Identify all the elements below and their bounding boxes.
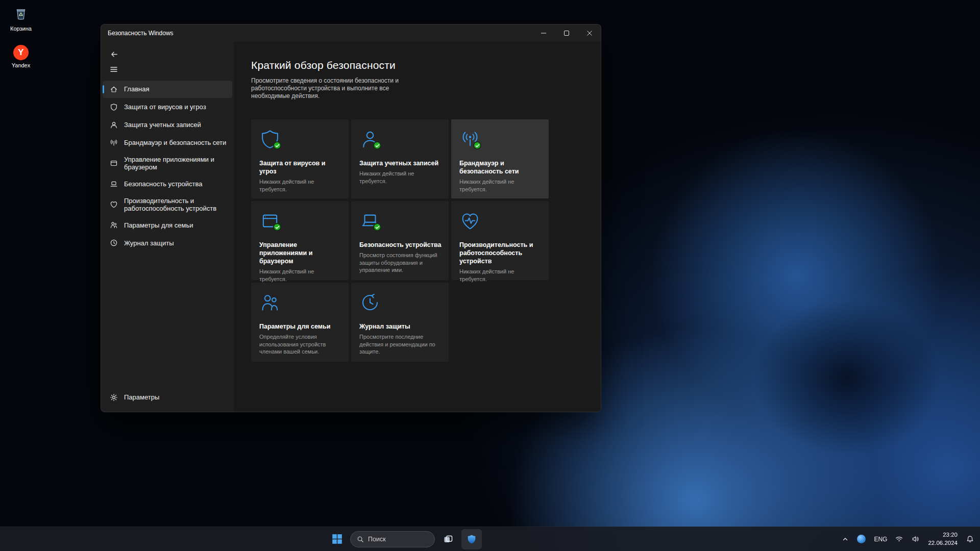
tile-desc: Никаких действий не требуется.	[259, 178, 341, 193]
tile-desc: Никаких действий не требуется.	[459, 178, 542, 193]
security-shield-icon	[467, 534, 477, 544]
speaker-icon	[912, 535, 919, 543]
task-view-icon	[443, 534, 453, 544]
search-input[interactable]: Поиск	[350, 531, 435, 547]
laptop-icon	[110, 180, 118, 188]
history-icon	[110, 239, 118, 247]
language-indicator[interactable]: ENG	[872, 534, 889, 545]
family-icon	[110, 221, 118, 229]
tile-title: Управление приложениями и браузером	[259, 241, 341, 265]
network-icon	[110, 139, 118, 147]
home-icon	[110, 85, 118, 93]
back-button[interactable]	[105, 47, 122, 61]
window-titlebar[interactable]: Безопасность Windows	[101, 24, 601, 42]
windows-logo-icon	[332, 534, 342, 544]
desktop-icon-label: Yandex	[12, 62, 31, 68]
windows-security-window: Безопасность Windows	[101, 24, 601, 412]
tray-app-button[interactable]	[855, 533, 868, 545]
history-icon	[359, 292, 382, 314]
heart-icon	[459, 210, 482, 233]
shield-icon	[259, 129, 282, 151]
search-icon	[357, 536, 364, 543]
tile-title: Брандмауэр и безопасность сети	[459, 159, 542, 176]
desktop: Корзина Y Yandex Безопасность Windows	[0, 0, 980, 551]
security-tiles-grid: Защита от вирусов и угроз Никаких действ…	[251, 119, 601, 362]
tile-desc: Просмотр состояния функций защиты оборуд…	[359, 252, 442, 273]
tile-virus-threat-protection[interactable]: Защита от вирусов и угроз Никаких действ…	[251, 119, 349, 198]
recycle-bin-icon	[13, 6, 29, 23]
tile-protection-history[interactable]: Журнал защиты Просмотрите последние дейс…	[351, 283, 449, 362]
tile-title: Параметры для семьи	[259, 322, 341, 331]
sidebar-item-label: Параметры	[124, 393, 159, 401]
sidebar-item-family-options[interactable]: Параметры для семьи	[103, 216, 232, 234]
desktop-icon-yandex[interactable]: Y Yandex	[3, 45, 39, 68]
heart-icon	[110, 201, 118, 209]
tile-title: Защита учетных записей	[359, 159, 442, 167]
tile-desc: Никаких действий не требуется.	[459, 268, 542, 283]
person-icon	[359, 129, 382, 151]
sidebar-item-settings[interactable]: Параметры	[103, 389, 232, 406]
minimize-button[interactable]	[532, 24, 555, 42]
sidebar-item-label: Безопасность устройства	[124, 180, 203, 188]
main-content: Краткий обзор безопасности Просмотрите с…	[234, 42, 601, 412]
notifications-button[interactable]	[964, 533, 976, 545]
tile-account-protection[interactable]: Защита учетных записей Никаких действий …	[351, 119, 449, 198]
bell-icon	[966, 535, 974, 543]
volume-button[interactable]	[910, 533, 921, 545]
start-button[interactable]	[327, 529, 347, 549]
sidebar-item-label: Журнал защиты	[124, 239, 174, 247]
desktop-icon-recycle-bin[interactable]: Корзина	[3, 6, 39, 32]
chevron-up-icon	[842, 536, 848, 542]
search-placeholder: Поиск	[368, 536, 386, 543]
task-view-button[interactable]	[438, 529, 458, 549]
sidebar-item-account-protection[interactable]: Защита учетных записей	[103, 116, 232, 134]
tile-title: Защита от вирусов и угроз	[259, 159, 341, 176]
tile-device-performance-health[interactable]: Производительность и работоспособность у…	[451, 201, 549, 280]
tile-firewall-network[interactable]: Брандмауэр и безопасность сети Никаких д…	[451, 119, 549, 198]
sidebar-item-label: Параметры для семьи	[124, 221, 193, 229]
sidebar-item-firewall-network[interactable]: Брандмауэр и безопасность сети	[103, 134, 232, 152]
sidebar-nav: Главная Защита от вирусов и угроз Защита…	[101, 81, 234, 252]
page-subtitle: Просмотрите сведения о состоянии безопас…	[251, 77, 414, 100]
family-icon	[259, 292, 282, 314]
close-button[interactable]	[578, 24, 601, 42]
sidebar-item-label: Защита от вирусов и угроз	[124, 103, 206, 111]
tile-device-security[interactable]: Безопасность устройства Просмотр состоян…	[351, 201, 449, 280]
tile-desc: Определяйте условия использования устрой…	[259, 333, 341, 355]
sidebar-item-home[interactable]: Главная	[103, 81, 232, 98]
wifi-icon	[895, 535, 903, 543]
tile-desc: Никаких действий не требуется.	[359, 170, 442, 185]
hidden-icons-button[interactable]	[840, 534, 850, 544]
tile-desc: Просмотрите последние действия и рекомен…	[359, 333, 442, 355]
tile-title: Безопасность устройства	[359, 241, 442, 249]
windows-security-taskbar-button[interactable]	[461, 529, 482, 549]
sidebar-item-device-security[interactable]: Безопасность устройства	[103, 176, 232, 193]
tray-app-icon	[857, 535, 866, 543]
yandex-icon: Y	[13, 45, 29, 60]
tile-title: Производительность и работоспособность у…	[459, 241, 542, 265]
menu-toggle-button[interactable]	[105, 62, 122, 77]
sidebar-item-virus-threat-protection[interactable]: Защита от вирусов и угроз	[103, 98, 232, 116]
page-title: Краткий обзор безопасности	[251, 59, 601, 71]
network-status-button[interactable]	[893, 533, 905, 545]
desktop-icon-label: Корзина	[10, 26, 32, 32]
sidebar-item-label: Производительность и работоспособность у…	[124, 197, 227, 213]
shield-icon	[110, 103, 118, 111]
tile-desc: Никаких действий не требуется.	[259, 268, 341, 283]
maximize-button[interactable]	[555, 24, 578, 42]
clock-date: 22.06.2024	[928, 539, 958, 547]
app-window-icon	[259, 210, 282, 233]
network-icon	[459, 129, 482, 151]
clock[interactable]: 23:20 22.06.2024	[926, 530, 960, 547]
tile-family-options[interactable]: Параметры для семьи Определяйте условия …	[251, 283, 349, 362]
laptop-icon	[359, 210, 382, 233]
tile-title: Журнал защиты	[359, 322, 442, 331]
sidebar-item-app-browser-control[interactable]: Управление приложениями и браузером	[103, 152, 232, 175]
sidebar-item-label: Управление приложениями и браузером	[124, 156, 227, 171]
sidebar-item-protection-history[interactable]: Журнал защиты	[103, 234, 232, 252]
tile-app-browser-control[interactable]: Управление приложениями и браузером Ника…	[251, 201, 349, 280]
person-icon	[110, 121, 118, 129]
sidebar-item-label: Брандмауэр и безопасность сети	[124, 139, 226, 146]
sidebar-item-device-performance-health[interactable]: Производительность и работоспособность у…	[103, 193, 232, 216]
app-window-icon	[110, 159, 118, 167]
